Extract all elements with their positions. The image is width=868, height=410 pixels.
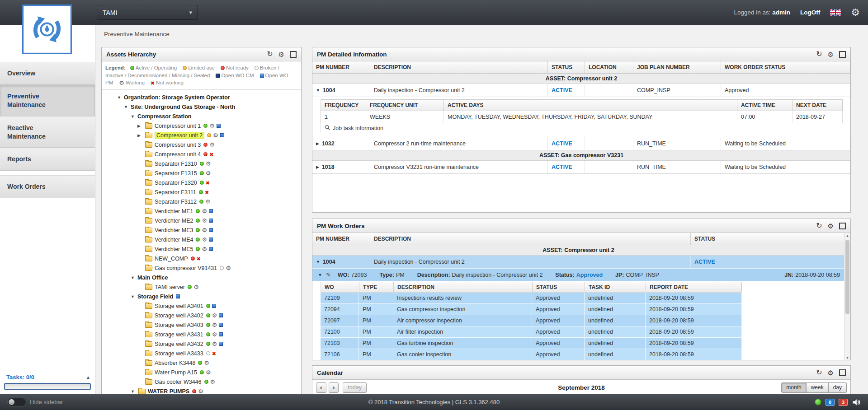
notification-badge-blue[interactable]: 0 xyxy=(826,399,835,406)
maximize-icon[interactable] xyxy=(839,369,846,376)
tree-node[interactable]: Absorber K3448⚙ xyxy=(102,358,301,368)
tree-node[interactable]: Gas cooler W3446⚙ xyxy=(102,377,301,387)
wo-row[interactable]: 72103PMGas turbine inspectionApprovedund… xyxy=(321,338,742,349)
wo-row[interactable]: 72109PMInspections results reviewApprove… xyxy=(321,293,742,304)
column-header[interactable]: LOCATION xyxy=(585,61,633,73)
column-header[interactable]: JOB PLAN NUMBER xyxy=(633,61,721,73)
row-expander-icon[interactable]: ▼ xyxy=(316,88,320,93)
tree-node[interactable]: Storage well A3403⚙ xyxy=(102,320,301,330)
settings-gear-icon[interactable]: ⚙ xyxy=(851,8,860,18)
pm-row-selected[interactable]: ▼1004Daily inspection - Compressor unit … xyxy=(312,256,844,269)
row-expander-icon[interactable]: ▼ xyxy=(316,260,320,264)
tree-node[interactable]: Storage well A3431⚙ xyxy=(102,330,301,339)
expander-icon[interactable]: ▼ xyxy=(131,275,137,280)
sidebar-item-overview[interactable]: Overview xyxy=(0,62,95,85)
tree-node[interactable]: ▼Compressor Station xyxy=(102,112,301,121)
panel-settings-icon[interactable]: ⚙ xyxy=(278,51,284,58)
tree-node[interactable]: Separator F1320✖ xyxy=(102,178,301,187)
pm-row[interactable]: ▼1004Daily inspection - Compressor unit … xyxy=(312,84,850,97)
column-header[interactable]: STATUS xyxy=(691,233,844,245)
pm-status[interactable]: ACTIVE xyxy=(552,140,572,147)
pm-row[interactable]: ▶1032Compressor 2 run-time maintenanceAC… xyxy=(312,137,850,150)
calendar-view-month[interactable]: month xyxy=(781,382,806,393)
hide-sidebar-toggle[interactable] xyxy=(7,398,26,406)
tree-node[interactable]: Verdichter ME2⚙ xyxy=(102,216,301,225)
tree-node[interactable]: Storage well A3401 xyxy=(102,301,301,311)
scroll-down-icon[interactable]: ▼ xyxy=(844,356,850,360)
column-header[interactable]: PM NUMBER xyxy=(312,61,370,73)
notification-badge-red[interactable]: 3 xyxy=(839,399,848,406)
panel-settings-icon[interactable]: ⚙ xyxy=(828,51,834,58)
maximize-icon[interactable] xyxy=(290,51,297,58)
calendar-prev-button[interactable]: ‹ xyxy=(316,382,326,393)
tree-node[interactable]: Gas compressor V91431⚙ xyxy=(102,263,301,273)
tree-node[interactable]: Compressor unit 3⚙ xyxy=(102,140,301,149)
tree-node[interactable]: Separator F1315⚙ xyxy=(102,168,301,178)
column-header[interactable]: DESCRIPTION xyxy=(370,233,691,245)
wo-row[interactable]: 72094PMGas compressor inspectionApproved… xyxy=(321,304,742,315)
column-header[interactable]: WORK ORDER STATUS xyxy=(721,61,850,73)
pm-status[interactable]: ACTIVE xyxy=(694,259,715,265)
expander-icon[interactable]: ▼ xyxy=(124,105,131,109)
tree-node[interactable]: Separator F3111✖ xyxy=(102,187,301,197)
tree-node[interactable]: Storage well A3402⚙ xyxy=(102,311,301,320)
column-header[interactable]: STATUS xyxy=(533,282,585,292)
tree-node[interactable]: TAMI server⚙ xyxy=(102,282,301,292)
wo-row[interactable]: 72106PMGas cooler inspectionApprovedunde… xyxy=(321,349,742,360)
tree-node[interactable]: ▼Main Office xyxy=(102,273,301,282)
row-expander-icon[interactable]: ▶ xyxy=(316,165,319,169)
sidebar-item-work-orders[interactable]: Work Orders xyxy=(0,175,95,198)
column-header[interactable]: TYPE xyxy=(359,282,394,292)
expander-icon[interactable]: ▼ xyxy=(131,389,137,394)
row-expander-icon[interactable]: ▼ xyxy=(314,273,326,277)
tree-node[interactable]: Verdichter ME1⚙ xyxy=(102,206,301,216)
tree-node[interactable]: ▼WATER PUMPS⚙ xyxy=(102,387,301,394)
refresh-icon[interactable]: ↻ xyxy=(816,222,822,229)
panel-settings-icon[interactable]: ⚙ xyxy=(828,369,834,376)
column-header[interactable]: PM NUMBER xyxy=(312,233,370,245)
sidebar-item-reactive-maintenance[interactable]: Reactive Maintenance xyxy=(0,116,95,148)
expander-icon[interactable]: ▼ xyxy=(117,95,124,100)
wo-summary-field-value[interactable]: Approved xyxy=(576,272,603,278)
pm-status[interactable]: ACTIVE xyxy=(552,164,572,170)
maximize-icon[interactable] xyxy=(839,51,846,58)
tree-node[interactable]: Verdichter ME5⚙ xyxy=(102,244,301,254)
column-header[interactable]: STATUS xyxy=(548,61,585,73)
tree-node[interactable]: Verdichter ME3⚙ xyxy=(102,225,301,235)
expander-icon[interactable]: ▼ xyxy=(131,114,137,119)
calendar-view-week[interactable]: week xyxy=(807,382,829,393)
refresh-icon[interactable]: ↻ xyxy=(267,51,273,58)
tree-node[interactable]: ▶Compressor unit 1⚙ xyxy=(102,121,301,130)
wo-row[interactable]: 72100PMAir filter inspectionApprovedunde… xyxy=(321,326,742,338)
maximize-icon[interactable] xyxy=(839,223,846,229)
tree-node[interactable]: ▼Site: Underground Gas Storage - North xyxy=(102,102,301,112)
sidebar-item-preventive-maintenance[interactable]: Preventive Maintenance xyxy=(0,85,95,116)
scrollbar-thumb[interactable] xyxy=(845,240,849,314)
tree-node[interactable]: Water Pump A15⚙ xyxy=(102,368,301,377)
expander-icon[interactable]: ▼ xyxy=(131,294,137,299)
tree-node[interactable]: Separator F1310⚙ xyxy=(102,159,301,168)
scroll-up-icon[interactable]: ▲ xyxy=(844,234,850,238)
refresh-icon[interactable]: ↻ xyxy=(816,51,822,58)
speaker-icon[interactable] xyxy=(852,398,861,407)
vertical-scrollbar[interactable]: ▲ ▼ xyxy=(844,233,850,360)
tree-node[interactable]: ▼Storage Field xyxy=(102,292,301,301)
expander-icon[interactable]: ▶ xyxy=(137,133,144,138)
calendar-next-button[interactable]: › xyxy=(329,382,339,393)
tree-node[interactable]: Verdichter ME4⚙ xyxy=(102,235,301,244)
calendar-view-day[interactable]: day xyxy=(829,382,847,393)
tree-node[interactable]: Storage well A3432⚙ xyxy=(102,339,301,349)
column-header[interactable]: REPORT DATE xyxy=(646,282,741,292)
tree-node[interactable]: NEW_COMP✖ xyxy=(102,254,301,263)
wo-row[interactable]: 72097PMAir compressor inspectionApproved… xyxy=(321,315,742,326)
collapse-arrow-icon[interactable]: ▲ xyxy=(86,375,90,380)
column-header[interactable]: TASK ID xyxy=(585,282,646,292)
tree-node[interactable]: ▼Organization: Storage System Operator xyxy=(102,93,301,102)
edit-pencil-icon[interactable]: ✎ xyxy=(326,271,338,278)
pm-status[interactable]: ACTIVE xyxy=(552,87,572,93)
expander-icon[interactable]: ▶ xyxy=(137,124,144,128)
logoff-button[interactable]: LogOff xyxy=(800,9,820,16)
row-expander-icon[interactable]: ▶ xyxy=(316,141,319,146)
tree-node[interactable]: Separator F3112⚙ xyxy=(102,197,301,206)
tree-node[interactable]: Storage well A3433✖ xyxy=(102,349,301,358)
